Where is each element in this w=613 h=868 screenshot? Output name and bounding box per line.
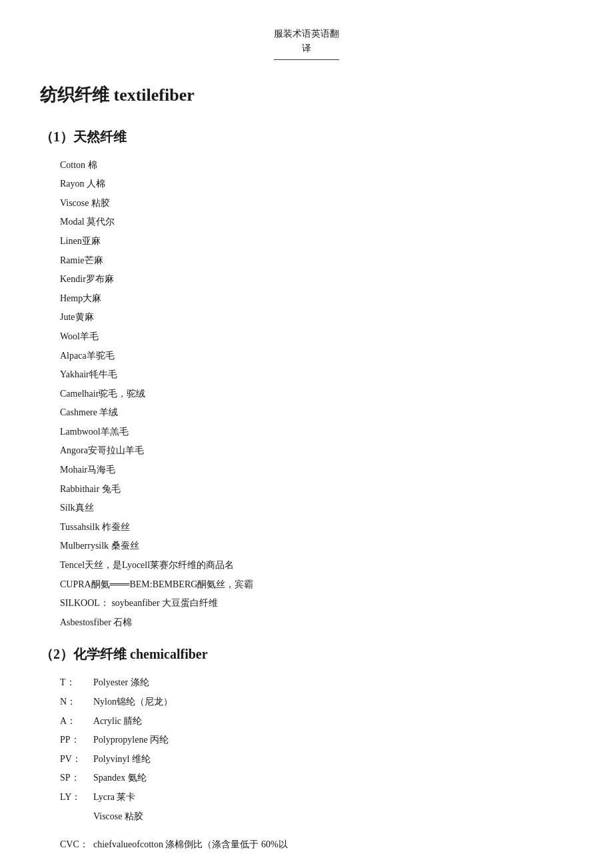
cvc-row: CVC： chiefvalueofcotton 涤棉倒比（涤含量低于 60%以 (40, 836, 573, 854)
list-item: Alpaca羊驼毛 (60, 347, 573, 365)
cvc-value: chiefvalueofcotton 涤棉倒比（涤含量低于 60%以 (93, 836, 288, 854)
chem-row: Viscose 粘胶 (60, 808, 573, 826)
chem-row: N：Nylon锦纶（尼龙） (60, 693, 573, 711)
cvc-key: CVC： (60, 836, 93, 854)
chem-key: N： (60, 693, 93, 711)
list-item: Rayon 人棉 (60, 175, 573, 193)
chem-key: A： (60, 713, 93, 731)
list-item: SILKOOL： soybeanfiber 大豆蛋白纤维 (60, 595, 573, 613)
list-item: Wool羊毛 (60, 328, 573, 346)
list-item: Tencel天丝，是Lyocell莱赛尔纤维的商品名 (60, 557, 573, 575)
list-item: Mohair马海毛 (60, 461, 573, 479)
list-item: CUPRA酮氨═══BEM:BEMBERG酮氨丝，宾霸 (60, 576, 573, 594)
chem-row: SP： Spandex 氨纶 (60, 769, 573, 787)
page-header: 服装术语英语翻 译 (40, 27, 573, 60)
list-item: Viscose 粘胶 (60, 195, 573, 213)
list-item: Silk真丝 (60, 499, 573, 517)
list-item: Rabbithair 兔毛 (60, 481, 573, 499)
chem-items-table: T：Polyester 涤纶N：Nylon锦纶（尼龙）A：Acrylic 腈纶P… (40, 674, 573, 825)
list-item: Cashmere 羊绒 (60, 404, 573, 422)
chem-row: LY： Lycra 莱卡 (60, 789, 573, 807)
list-item: Linen亚麻 (60, 233, 573, 251)
list-item: Modal 莫代尔 (60, 213, 573, 231)
chem-value: Lycra 莱卡 (93, 789, 135, 807)
header-title: 服装术语英语翻 译 (274, 27, 339, 60)
chem-value: Nylon锦纶（尼龙） (93, 693, 173, 711)
section1-items-list: Cotton 棉Rayon 人棉Viscose 粘胶Modal 莫代尔Linen… (40, 157, 573, 632)
list-item: Cotton 棉 (60, 157, 573, 175)
list-item: Camelhair驼毛，驼绒 (60, 385, 573, 403)
list-item: Lambwool羊羔毛 (60, 423, 573, 441)
list-item: Ramie芒麻 (60, 252, 573, 270)
list-item: Kendir罗布麻 (60, 271, 573, 289)
chem-key: PV： (60, 751, 93, 769)
list-item: Asbestosfiber 石棉 (60, 614, 573, 632)
chem-key: SP： (60, 769, 93, 787)
section1-title: （1）天然纤维 (40, 125, 573, 149)
chem-row: T：Polyester 涤纶 (60, 674, 573, 692)
chem-value: Polyvinyl 维纶 (93, 751, 151, 769)
chem-value: Polypropylene 丙纶 (93, 731, 169, 749)
chem-row: PV： Polyvinyl 维纶 (60, 751, 573, 769)
list-item: Mulberrysilk 桑蚕丝 (60, 537, 573, 555)
header-title-line1: 服装术语英语翻 (274, 29, 339, 39)
chem-key: T： (60, 674, 93, 692)
chem-key: PP： (60, 731, 93, 749)
list-item: Yakhair牦牛毛 (60, 366, 573, 384)
list-item: Tussahsilk 柞蚕丝 (60, 519, 573, 537)
chem-value: Acrylic 腈纶 (93, 713, 142, 731)
list-item: Hemp大麻 (60, 290, 573, 308)
list-item: Angora安哥拉山羊毛 (60, 442, 573, 460)
chem-value: Polyester 涤纶 (93, 674, 149, 692)
list-item: Jute黄麻 (60, 309, 573, 327)
section2-title: （2）化学纤维 chemicalfiber (40, 642, 573, 666)
chem-value: Spandex 氨纶 (93, 769, 147, 787)
chem-key: LY： (60, 789, 93, 807)
main-title: 纺织纤维 textilefiber (40, 80, 573, 111)
chem-value: Viscose 粘胶 (93, 808, 143, 826)
chem-row: A：Acrylic 腈纶 (60, 713, 573, 731)
header-title-line2: 译 (302, 43, 311, 53)
chem-row: PP： Polypropylene 丙纶 (60, 731, 573, 749)
